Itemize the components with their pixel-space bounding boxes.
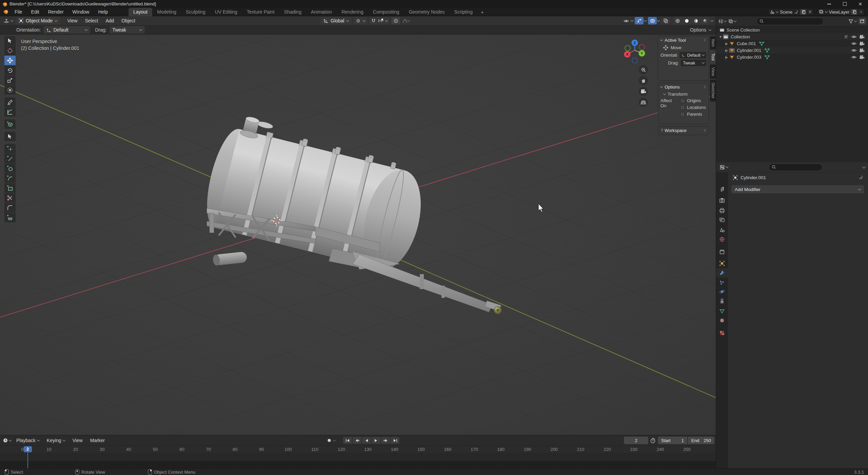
timeline-track[interactable] <box>0 453 716 469</box>
tool-select-box[interactable] <box>4 36 16 45</box>
locations-checkbox[interactable] <box>680 105 685 110</box>
sidebar-tab-item[interactable]: Item <box>710 36 716 50</box>
disable-render-camera-icon[interactable] <box>859 35 865 39</box>
navigation-gizmo[interactable]: Z X Y <box>623 37 647 63</box>
remove-view-layer-button[interactable]: ✕ <box>859 9 863 15</box>
properties-tab-view-layer[interactable] <box>716 215 728 225</box>
workspace-tab-animation[interactable]: Animation <box>306 8 337 16</box>
scene-name[interactable]: Scene <box>780 10 792 15</box>
properties-tab-world[interactable] <box>716 235 728 244</box>
view-layer-name[interactable]: ViewLayer <box>829 10 849 15</box>
object-name[interactable]: Cylinder.001 <box>737 48 761 53</box>
play-button[interactable] <box>372 437 380 444</box>
drag-dropdown[interactable]: Tweak <box>110 26 145 34</box>
menu-help[interactable]: Help <box>94 8 112 16</box>
menu-window[interactable]: Window <box>68 8 94 16</box>
timeline-menu-view[interactable]: View <box>69 438 86 443</box>
workspace-tab-shading[interactable]: Shading <box>279 8 306 16</box>
orientation-dropdown[interactable]: Default <box>679 52 706 58</box>
shading-solid-button[interactable] <box>682 17 691 24</box>
checkbox-row-origins[interactable]: Origins <box>680 98 706 103</box>
properties-tab-physics[interactable] <box>716 287 728 296</box>
workspace-tab-uv-editing[interactable]: UV Editing <box>210 8 242 16</box>
maximize-button[interactable] <box>837 0 852 8</box>
workspace-tab-compositing[interactable]: Compositing <box>368 8 404 16</box>
menu-file[interactable]: File <box>10 8 27 16</box>
outliner-search[interactable] <box>756 18 824 25</box>
collection-row[interactable]: ▼ Collection ✓ <box>716 33 868 40</box>
properties-tab-object[interactable] <box>716 259 728 268</box>
object-row-cylinder.001[interactable]: ▶ Cylinder.001 <box>716 47 868 54</box>
timeline-ruler[interactable]: 0102030405060708090100110120130140150160… <box>0 445 716 453</box>
editor-type-button[interactable] <box>2 17 11 24</box>
jump-to-start-button[interactable] <box>343 437 352 444</box>
scene-collection-row[interactable]: Scene Collection <box>716 26 868 33</box>
tanker-model[interactable] <box>199 111 501 314</box>
tool-sketch-circle[interactable] <box>4 164 16 173</box>
collection-checkbox[interactable]: ✓ <box>844 34 849 39</box>
pivot-point-dropdown[interactable] <box>354 17 367 24</box>
properties-tab-tool[interactable] <box>716 185 728 194</box>
add-modifier-dropdown[interactable]: Add Modifier <box>731 185 864 193</box>
timeline-menu-keying[interactable]: Keying <box>43 438 69 443</box>
workspace-tab-scripting[interactable]: Scripting <box>449 8 477 16</box>
tool-measure[interactable] <box>4 107 16 117</box>
drag-dots-icon[interactable]: ⠿ <box>704 129 706 132</box>
properties-tab-render[interactable] <box>716 196 728 205</box>
tool-add-cube[interactable] <box>4 119 16 129</box>
proportional-falloff-dropdown[interactable] <box>401 17 410 24</box>
breadcrumb-object-name[interactable]: Cylinder.001 <box>741 175 766 180</box>
new-scene-button[interactable] <box>800 9 806 15</box>
mode-dropdown[interactable]: Object Mode <box>16 17 60 24</box>
filter-dropdown[interactable] <box>728 19 736 24</box>
properties-tab-constraints[interactable] <box>716 297 728 306</box>
transform-subpanel-title[interactable]: Transform <box>668 92 688 97</box>
properties-options-chevron[interactable] <box>862 165 866 168</box>
close-button[interactable]: ✕ <box>852 0 868 8</box>
menu-edit[interactable]: Edit <box>27 8 44 16</box>
new-view-layer-button[interactable] <box>851 9 857 15</box>
zoom-button[interactable] <box>639 65 648 74</box>
hide-eye-icon[interactable] <box>851 41 857 46</box>
prev-keyframe-button[interactable] <box>353 437 361 444</box>
frame-start-field[interactable]: Start1 <box>658 437 687 444</box>
drag-dropdown[interactable]: Tweak <box>681 60 706 66</box>
panel-header[interactable]: Workspace ⠿ <box>658 127 709 134</box>
properties-tab-collection[interactable] <box>716 247 728 256</box>
tool-tweak[interactable] <box>4 132 16 141</box>
drag-dots-icon[interactable]: ⠿ <box>704 86 706 89</box>
disable-render-camera-icon[interactable] <box>859 48 865 53</box>
tool-sketch-line[interactable] <box>4 154 16 163</box>
outliner-search-input[interactable] <box>765 18 821 24</box>
properties-tab-scene[interactable] <box>716 225 728 234</box>
visibility-icon[interactable] <box>623 18 630 23</box>
filter-options-dropdown[interactable] <box>848 19 856 24</box>
options-dropdown[interactable]: Options <box>690 27 706 33</box>
origins-checkbox[interactable] <box>680 98 685 103</box>
display-mode-dropdown[interactable] <box>718 19 726 24</box>
properties-tab-material[interactable] <box>716 316 728 325</box>
disclosure-triangle[interactable]: ▶ <box>724 42 729 45</box>
checkbox-row-parents[interactable]: Parents <box>680 112 706 117</box>
tool-scale[interactable] <box>4 75 16 85</box>
frame-end-field[interactable]: End250 <box>688 437 714 444</box>
timeline-menu-marker[interactable]: Marker <box>86 438 109 443</box>
menu-render[interactable]: Render <box>44 8 68 16</box>
viewport-menu-object[interactable]: Object <box>118 18 139 23</box>
properties-tab-particles[interactable] <box>716 278 728 287</box>
tool-move[interactable] <box>4 56 16 65</box>
tool-annotate[interactable] <box>4 97 16 107</box>
tool-sketch-trim[interactable] <box>4 193 16 203</box>
object-name[interactable]: Cube.001 <box>737 41 756 46</box>
scene-selector[interactable]: Scene ✕ <box>768 8 814 16</box>
tool-sketch-pattern[interactable] <box>4 213 16 222</box>
viewport-menu-select[interactable]: Select <box>81 18 102 23</box>
auto-key-record-icon[interactable] <box>327 438 332 443</box>
jump-to-end-button[interactable] <box>391 437 399 444</box>
sidebar-tab-tool[interactable]: Tool <box>710 51 716 63</box>
play-reverse-button[interactable] <box>362 437 371 444</box>
panel-header[interactable]: Options ⠿ <box>658 83 709 91</box>
delete-scene-button[interactable]: ✕ <box>808 9 812 15</box>
stopwatch-icon[interactable] <box>650 438 656 443</box>
pin-icon[interactable] <box>794 10 798 14</box>
